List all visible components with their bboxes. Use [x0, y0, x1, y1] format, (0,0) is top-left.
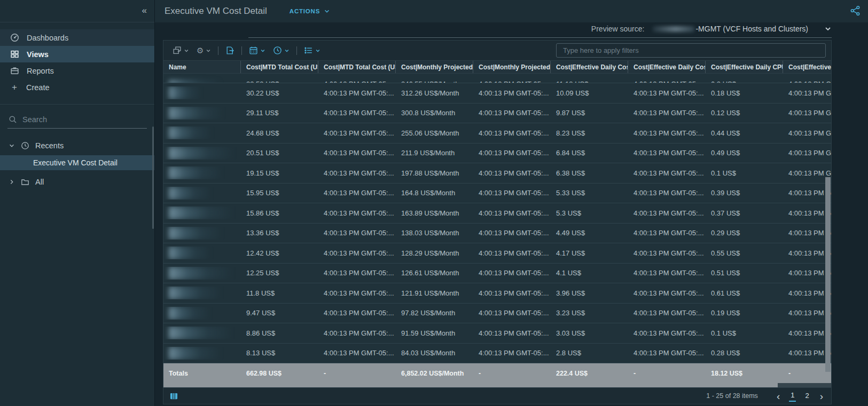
share-icon[interactable] — [850, 5, 861, 16]
recents-item-executive-vm-cost-detail[interactable]: Executive VM Cost Detail — [0, 155, 154, 170]
sidebar-scrollbar-thumb[interactable] — [152, 126, 154, 229]
vertical-scrollbar[interactable] — [825, 74, 831, 383]
monthly-cost-cell: 346.55 US$/Month — [396, 74, 473, 83]
timestamp-cell: 4:00:13 PM GMT-05:... — [318, 329, 396, 337]
plus-icon: + — [10, 82, 19, 93]
chevron-down-icon[interactable] — [824, 25, 832, 33]
column-header[interactable]: Name — [163, 61, 241, 73]
redacted-vm-name — [169, 267, 231, 280]
timestamp-cell: 4:00:13 PM GMT-05:... — [473, 249, 551, 257]
column-header[interactable]: Cost|Effective Daily CPU ... — [706, 61, 783, 73]
items-count: 1 - 25 of 28 items — [706, 392, 758, 400]
sidebar-item-dashboards[interactable]: Dashboards — [0, 29, 154, 46]
redacted-vm-name — [169, 187, 210, 200]
totals-mtd: 662.98 US$ — [241, 370, 318, 377]
table-row[interactable]: 15.86 US$ 4:00:13 PM GMT-05:... 163.89 U… — [163, 203, 831, 224]
table-row[interactable]: 8.13 US$ 4:00:13 PM GMT-05:... 84.03 US$… — [163, 344, 831, 364]
table-row[interactable]: 13.36 US$ 4:00:13 PM GMT-05:... 138.03 U… — [163, 224, 831, 244]
timestamp-cell: 4:00:13 PM GMT-05:... — [318, 209, 396, 217]
column-header[interactable]: Cost|Effective Daily Cost ... — [551, 61, 628, 73]
table-row[interactable]: 30.22 US$ 4:00:13 PM GMT-05:... 312.26 U… — [163, 83, 831, 104]
column-picker-icon[interactable] — [170, 392, 178, 400]
page-1-button[interactable]: 1 — [789, 390, 796, 402]
pagination: 1 - 25 of 28 items ‹ 1 2 › — [706, 390, 825, 402]
timestamp-cell: 4:00:13 PM GMT-05:... — [628, 129, 706, 137]
redacted-vm-name — [169, 286, 220, 299]
daily-cost-cell: 2.8 US$ — [551, 349, 628, 357]
clock-icon — [273, 46, 282, 55]
filter-input[interactable] — [556, 43, 826, 58]
recents-group-toggle[interactable]: Recents — [0, 138, 154, 153]
timestamp-cell: 4:00:13 PM GMT-05:... — [783, 189, 831, 197]
preview-source-value[interactable]: -MGMT (VCF Hosts and Clusters) — [695, 25, 808, 33]
timestamp-cell: 4:00:13 PM GMT-05:... — [783, 169, 831, 177]
sidebar-item-label: Create — [26, 83, 50, 92]
settings-button[interactable]: ⚙ — [193, 46, 215, 54]
table-row[interactable]: 12.25 US$ 4:00:13 PM GMT-05:... 126.61 U… — [163, 264, 831, 284]
list-options-button[interactable] — [300, 46, 324, 55]
table-row[interactable]: 15.95 US$ 4:00:13 PM GMT-05:... 164.8 US… — [163, 184, 831, 204]
sidebar-item-create[interactable]: + Create — [0, 79, 154, 95]
cpu-cost-cell: 0.12 US$ — [706, 109, 783, 117]
timestamp-cell: 4:00:13 PM GMT-05:... — [473, 329, 551, 337]
collapse-sidebar-icon[interactable]: « — [142, 5, 147, 16]
monthly-cost-cell: 97.82 US$/Month — [396, 309, 473, 317]
horizontal-scrollbar[interactable] — [163, 383, 831, 387]
daily-cost-cell: 8.23 US$ — [551, 129, 628, 137]
column-header[interactable]: Cost|MTD Total Cost (US... — [318, 61, 396, 73]
daily-cost-cell: 3.03 US$ — [551, 329, 628, 337]
table-row[interactable]: 8.86 US$ 4:00:13 PM GMT-05:... 91.59 US$… — [163, 323, 831, 344]
toolbar-divider — [296, 46, 297, 55]
timestamp-cell: 4:00:13 PM GMT-05:... — [473, 289, 551, 297]
timestamp-cell: 4:00:13 PM GMT-05:... — [628, 229, 706, 237]
recents-label: Recents — [35, 141, 64, 150]
layout-panes-icon — [173, 46, 182, 55]
cpu-cost-cell: 0.55 US$ — [706, 249, 783, 257]
table-row-partial[interactable]: 33.53 US$ 4:00:13 PM GMT-05:... 346.55 U… — [163, 74, 831, 83]
time-settings-button[interactable] — [269, 46, 293, 55]
column-header[interactable]: Cost|Monthly Projected T... — [396, 61, 473, 73]
cpu-cost-cell: 0.18 US$ — [706, 89, 783, 97]
timestamp-cell: 4:00:13 PM GMT-05:... — [473, 269, 551, 277]
daily-cost-cell: 3.96 US$ — [551, 289, 628, 297]
redacted-vm-name — [169, 166, 221, 179]
all-group-toggle[interactable]: All — [0, 174, 154, 189]
table-row[interactable]: 9.47 US$ 4:00:13 PM GMT-05:... 97.82 US$… — [163, 304, 831, 324]
prev-page-icon[interactable]: ‹ — [775, 391, 781, 401]
column-header[interactable]: Cost|Monthly Projected T... — [473, 61, 551, 73]
sidebar-item-reports[interactable]: Reports — [0, 62, 154, 79]
table-row[interactable]: 12.42 US$ 4:00:13 PM GMT-05:... 128.29 U… — [163, 243, 831, 264]
timestamp-cell: 4:00:13 PM GMT-05:... — [318, 269, 396, 277]
table-row[interactable]: 19.15 US$ 4:00:13 PM GMT-05:... 197.88 U… — [163, 163, 831, 184]
export-button[interactable] — [222, 46, 238, 55]
timestamp-cell: 4:00:13 PM GMT-05:... — [783, 269, 831, 277]
mtd-cost-cell: 19.15 US$ — [241, 169, 318, 177]
timestamp-cell: 4:00:13 PM GMT-05:... — [473, 189, 551, 197]
page-2-button[interactable]: 2 — [803, 391, 810, 401]
cpu-cost-cell: 0.19 US$ — [706, 309, 783, 317]
sidebar-item-views[interactable]: Views — [0, 46, 154, 62]
vertical-scrollbar-thumb[interactable] — [825, 177, 831, 372]
preview-source-underline — [248, 37, 832, 38]
table-row[interactable]: 29.11 US$ 4:00:13 PM GMT-05:... 300.8 US… — [163, 104, 831, 124]
table-row[interactable]: 24.68 US$ 4:00:13 PM GMT-05:... 255.06 U… — [163, 123, 831, 144]
column-header[interactable]: Cost|Effective Daily Cost ... — [628, 61, 706, 73]
daily-cost-cell: 6.84 US$ — [551, 149, 628, 157]
horizontal-scrollbar-thumb[interactable] — [163, 383, 778, 387]
table-row[interactable]: 11.8 US$ 4:00:13 PM GMT-05:... 121.91 US… — [163, 283, 831, 304]
timestamp-cell: 4:00:13 PM GMT-05:... — [318, 349, 396, 357]
layout-picker-button[interactable] — [169, 46, 193, 55]
table-row[interactable]: 20.51 US$ 4:00:13 PM GMT-05:... 211.9 US… — [163, 144, 831, 164]
next-page-icon[interactable]: › — [818, 391, 825, 401]
redacted-vm-name — [169, 126, 210, 139]
date-range-button[interactable] — [245, 46, 269, 55]
timestamp-cell: 4:00:13 PM GMT-05:... — [628, 189, 706, 197]
sidebar-nav: Dashboards Views Reports — [0, 29, 154, 95]
timestamp-cell: 4:00:13 PM GMT-05:... — [783, 209, 831, 217]
totals-label: Totals — [163, 370, 241, 377]
actions-menu-button[interactable]: ACTIONS — [290, 8, 330, 14]
cpu-cost-cell: 0.61 US$ — [706, 289, 783, 297]
search-input[interactable] — [22, 115, 129, 124]
column-header[interactable]: Cost|MTD Total Cost (US$) — [241, 61, 318, 73]
column-header[interactable]: Cost|Effective Daily... — [783, 61, 831, 73]
